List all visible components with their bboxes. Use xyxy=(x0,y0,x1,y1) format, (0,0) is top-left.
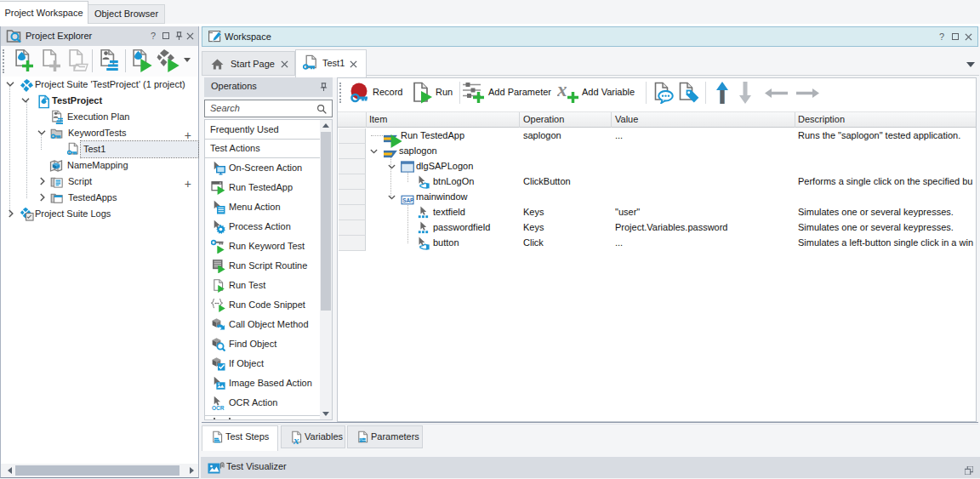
svg-text:x: x xyxy=(293,434,299,445)
svg-text:SAP: SAP xyxy=(402,197,414,203)
svg-text:OCR: OCR xyxy=(212,405,225,411)
svg-text:x: x xyxy=(557,82,567,100)
